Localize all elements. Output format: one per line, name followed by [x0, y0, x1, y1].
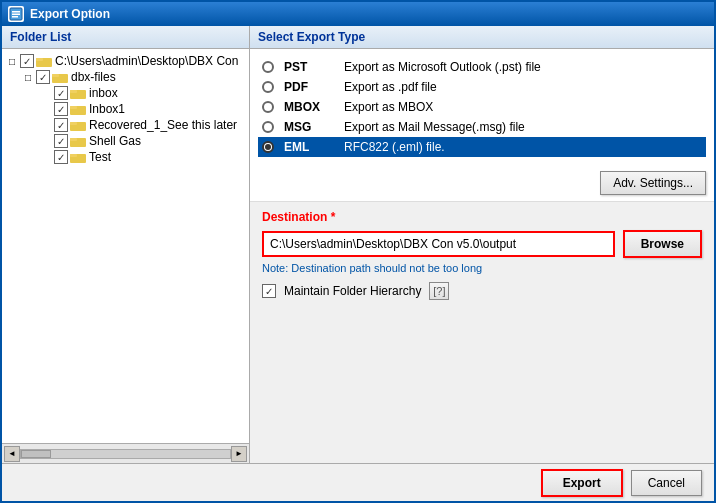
export-name-pdf: PDF [284, 80, 334, 94]
title-bar: Export Option [2, 2, 714, 26]
tree-label-root: C:\Users\admin\Desktop\DBX Con [55, 54, 238, 68]
folder-icon-recovered [70, 119, 86, 131]
scroll-left-arrow[interactable]: ◄ [4, 446, 20, 462]
svg-rect-1 [12, 11, 20, 13]
destination-section: Destination * Browse Note: Destination p… [250, 201, 714, 308]
horizontal-scrollbar[interactable]: ◄ ► [2, 443, 249, 463]
export-name-pst: PST [284, 60, 334, 74]
help-button[interactable]: [?] [429, 282, 449, 300]
radio-pst[interactable] [262, 61, 274, 73]
right-panel: Select Export Type PST Export as Microso… [250, 26, 714, 463]
tree-item-inbox1[interactable]: Inbox1 [2, 101, 249, 117]
required-marker: * [331, 210, 336, 224]
export-row-pst[interactable]: PST Export as Microsoft Outlook (.pst) f… [258, 57, 706, 77]
checkbox-inbox[interactable] [54, 86, 68, 100]
svg-rect-2 [12, 14, 20, 16]
tree-item-test[interactable]: Test [2, 149, 249, 165]
export-type-header: Select Export Type [250, 26, 714, 49]
left-panel: Folder List □ C:\Users\admin\Desktop\DBX… [2, 26, 250, 463]
folder-icon-inbox [70, 87, 86, 99]
checkbox-shellgas[interactable] [54, 134, 68, 148]
export-name-mbox: MBOX [284, 100, 334, 114]
window-title: Export Option [30, 7, 110, 21]
svg-rect-13 [70, 122, 77, 125]
expand-icon-dbxfiles: □ [22, 71, 34, 83]
export-desc-mbox: Export as MBOX [344, 100, 702, 114]
folder-icon-dbxfiles [52, 71, 68, 83]
checkbox-dbxfiles[interactable] [36, 70, 50, 84]
radio-eml[interactable] [262, 141, 274, 153]
svg-rect-17 [70, 154, 77, 157]
cancel-button[interactable]: Cancel [631, 470, 702, 496]
destination-row: Browse [262, 230, 702, 258]
destination-input[interactable] [262, 231, 615, 257]
adv-settings-row: Adv. Settings... [250, 165, 714, 201]
export-row-pdf[interactable]: PDF Export as .pdf file [258, 77, 706, 97]
maintain-hierarchy-row: Maintain Folder Hierarchy [?] [262, 282, 702, 300]
export-name-eml: EML [284, 140, 334, 154]
destination-label: Destination * [262, 210, 702, 224]
svg-rect-3 [12, 16, 18, 18]
checkbox-recovered[interactable] [54, 118, 68, 132]
scroll-right-arrow[interactable]: ► [231, 446, 247, 462]
export-desc-msg: Export as Mail Message(.msg) file [344, 120, 702, 134]
maintain-hierarchy-checkbox[interactable] [262, 284, 276, 298]
main-window: Export Option Folder List □ C:\Users\adm… [0, 0, 716, 503]
svg-rect-7 [52, 74, 59, 77]
window-icon [8, 6, 24, 22]
expand-icon-root: □ [6, 55, 18, 67]
radio-mbox[interactable] [262, 101, 274, 113]
tree-item-dbxfiles[interactable]: □ dbx-files [2, 69, 249, 85]
checkbox-inbox1[interactable] [54, 102, 68, 116]
adv-settings-button[interactable]: Adv. Settings... [600, 171, 706, 195]
folder-icon-root [36, 55, 52, 67]
tree-item-recovered[interactable]: Recovered_1_See this later [2, 117, 249, 133]
radio-pdf[interactable] [262, 81, 274, 93]
export-desc-pdf: Export as .pdf file [344, 80, 702, 94]
destination-note: Note: Destination path should not be too… [262, 262, 702, 274]
svg-rect-15 [70, 138, 77, 141]
export-button[interactable]: Export [541, 469, 623, 497]
export-row-eml[interactable]: EML RFC822 (.eml) file. [258, 137, 706, 157]
tree-label-shellgas: Shell Gas [89, 134, 141, 148]
export-row-mbox[interactable]: MBOX Export as MBOX [258, 97, 706, 117]
checkbox-root[interactable] [20, 54, 34, 68]
tree-label-inbox1: Inbox1 [89, 102, 125, 116]
scroll-thumb[interactable] [21, 450, 51, 458]
scroll-track[interactable] [20, 449, 231, 459]
export-row-msg[interactable]: MSG Export as Mail Message(.msg) file [258, 117, 706, 137]
folder-icon-inbox1 [70, 103, 86, 115]
export-desc-pst: Export as Microsoft Outlook (.pst) file [344, 60, 702, 74]
bottom-bar: Export Cancel [2, 463, 714, 501]
svg-rect-11 [70, 106, 77, 109]
browse-button[interactable]: Browse [623, 230, 702, 258]
checkbox-test[interactable] [54, 150, 68, 164]
folder-list-header: Folder List [2, 26, 249, 49]
folder-tree: □ C:\Users\admin\Desktop\DBX Con □ [2, 49, 249, 443]
svg-rect-9 [70, 90, 77, 93]
folder-icon-shellgas [70, 135, 86, 147]
export-types-list: PST Export as Microsoft Outlook (.pst) f… [250, 49, 714, 165]
tree-label-dbxfiles: dbx-files [71, 70, 116, 84]
tree-label-recovered: Recovered_1_See this later [89, 118, 237, 132]
export-name-msg: MSG [284, 120, 334, 134]
folder-icon-test [70, 151, 86, 163]
export-desc-eml: RFC822 (.eml) file. [344, 140, 702, 154]
tree-item-root[interactable]: □ C:\Users\admin\Desktop\DBX Con [2, 53, 249, 69]
svg-rect-5 [36, 58, 43, 61]
content-area: Folder List □ C:\Users\admin\Desktop\DBX… [2, 26, 714, 463]
tree-label-test: Test [89, 150, 111, 164]
tree-item-shellgas[interactable]: Shell Gas [2, 133, 249, 149]
maintain-hierarchy-label: Maintain Folder Hierarchy [284, 284, 421, 298]
tree-item-inbox[interactable]: inbox [2, 85, 249, 101]
tree-label-inbox: inbox [89, 86, 118, 100]
radio-msg[interactable] [262, 121, 274, 133]
